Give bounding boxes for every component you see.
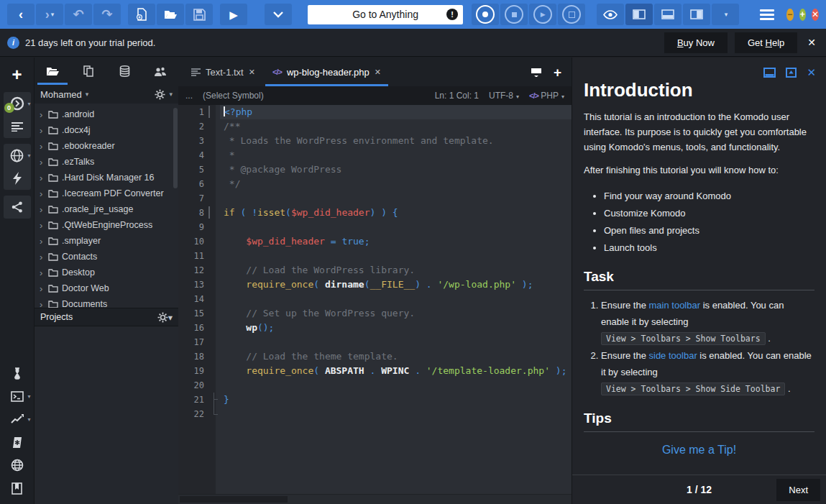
tab-text-1[interactable]: Text-1.txt ✕ (183, 58, 264, 86)
fold-margin[interactable] (208, 134, 220, 148)
code-area[interactable]: 1<?php2/**3 * Loads the WordPress enviro… (178, 105, 572, 494)
toolbar-dropdown-button[interactable] (265, 4, 292, 25)
toggle-bottom-pane-button[interactable] (654, 4, 682, 25)
open-files-button[interactable] (4, 115, 31, 138)
expand-chevron-icon[interactable]: › (40, 109, 47, 120)
language-selector[interactable]: </> PHP▾ (529, 91, 564, 101)
minimize-button[interactable]: − (786, 9, 793, 21)
fold-margin[interactable] (208, 364, 220, 378)
fold-margin[interactable] (208, 321, 220, 335)
stop-macro-button[interactable] (500, 4, 528, 25)
run-button[interactable]: ▶ (220, 4, 247, 25)
menu-button[interactable] (753, 4, 781, 25)
buy-now-button[interactable]: Buy Now (664, 32, 728, 53)
close-button[interactable]: ✕ (812, 9, 819, 21)
next-button[interactable]: Next (776, 479, 820, 501)
file-tree-item[interactable]: › .android (35, 106, 178, 122)
hscroll-thumb[interactable] (180, 496, 288, 503)
code-line[interactable]: 1<?php (178, 105, 572, 119)
code-line[interactable]: 3 * Loads the WordPress environment and … (178, 134, 572, 148)
code-line[interactable]: 10 $wp_did_header = true; (178, 234, 572, 249)
fold-margin[interactable] (208, 407, 220, 421)
fold-margin[interactable] (208, 349, 220, 364)
expand-chevron-icon[interactable]: › (40, 173, 47, 183)
add-button[interactable]: + (4, 63, 31, 86)
http-inspector-button[interactable] (4, 454, 31, 477)
give-me-a-tip-link[interactable]: Give me a Tip! (662, 444, 736, 456)
save-button[interactable] (185, 4, 213, 25)
file-tree-item[interactable]: › Documents (35, 296, 178, 308)
expand-chevron-icon[interactable]: › (40, 283, 47, 294)
unit-testing-button[interactable] (4, 362, 31, 385)
new-tab-button[interactable]: + (554, 65, 561, 79)
fold-margin[interactable] (208, 378, 220, 393)
forward-button[interactable]: ›▾ (36, 4, 63, 25)
back-button[interactable]: ‹ (7, 4, 35, 25)
code-line[interactable]: 18 // Load the theme template. (178, 349, 572, 364)
tab-files[interactable] (70, 58, 106, 85)
expand-chevron-icon[interactable]: › (40, 252, 47, 262)
tab-wp-blog-header[interactable]: </> wp-blog-header.php ✕ (264, 58, 390, 86)
file-tree-item[interactable]: › .Hard Disk Manager 16 (35, 170, 178, 185)
open-file-button[interactable] (157, 4, 184, 25)
code-line[interactable]: 15 // Set up the WordPress query. (178, 306, 572, 321)
scope-button[interactable]: 0 ▾ (4, 92, 31, 115)
expand-chevron-icon[interactable]: › (40, 299, 47, 308)
file-tree-item[interactable]: › .oracle_jre_usage (35, 201, 178, 217)
scope-selector[interactable]: Mohamed (40, 89, 82, 100)
code-line[interactable]: 7 (178, 191, 572, 206)
tab-list-button[interactable] (531, 68, 542, 77)
fold-margin[interactable] (208, 220, 220, 234)
code-line[interactable]: 14 (178, 292, 572, 306)
code-line[interactable]: 16 wp(); (178, 321, 572, 335)
file-tree-item[interactable]: › .ezTalks (35, 154, 178, 170)
code-line[interactable]: 11 (178, 249, 572, 263)
places-settings[interactable]: ▾ (155, 89, 173, 100)
fold-margin[interactable] (208, 393, 220, 407)
terminal-button[interactable]: ▾ (4, 385, 31, 408)
file-tree-item[interactable]: › Contacts (35, 249, 178, 265)
preview-button[interactable] (597, 4, 624, 25)
fold-margin[interactable] (208, 306, 220, 321)
fold-margin[interactable] (208, 292, 220, 306)
tab-collaboration[interactable] (142, 58, 178, 85)
toggle-left-pane-button[interactable] (625, 4, 653, 25)
code-line[interactable]: 20 (178, 378, 572, 393)
panes-dropdown-button[interactable]: ▾ (712, 4, 739, 25)
expand-chevron-icon[interactable]: › (40, 125, 47, 136)
tab-places[interactable] (35, 58, 70, 85)
code-profiler-button[interactable]: ▾ (4, 408, 31, 431)
syntax-warning-icon[interactable]: ! (446, 9, 458, 20)
tab-close-icon[interactable]: ✕ (375, 68, 381, 77)
file-tree-item[interactable]: › Desktop (35, 265, 178, 280)
undo-button[interactable]: ↶ (65, 4, 92, 25)
file-tree-item[interactable]: › .Icecream PDF Converter (35, 185, 178, 201)
fold-margin[interactable] (208, 206, 220, 220)
task-link[interactable]: main toolbar (649, 300, 701, 311)
fold-margin[interactable] (208, 148, 220, 162)
expand-chevron-icon[interactable]: › (40, 204, 47, 215)
code-line[interactable]: 4 * (178, 148, 572, 162)
expand-chevron-icon[interactable]: › (40, 188, 47, 199)
maximize-button[interactable]: + (799, 9, 806, 21)
expand-chevron-icon[interactable]: › (40, 267, 47, 278)
breadcrumb-dots[interactable]: ... (185, 91, 193, 101)
file-tree-item[interactable]: › .smplayer (35, 233, 178, 249)
code-line[interactable]: 13 require_once( dirname(__FILE__) . '/w… (178, 278, 572, 292)
snippets-button[interactable] (4, 431, 31, 454)
fold-margin[interactable] (208, 278, 220, 292)
fold-margin[interactable] (208, 105, 220, 119)
save-macro-button[interactable] (558, 4, 585, 25)
code-line[interactable]: 12 // Load the WordPress library. (178, 263, 572, 278)
file-tree-item[interactable]: › .QtWebEngineProcess (35, 217, 178, 233)
code-line[interactable]: 21} (178, 393, 572, 407)
expand-chevron-icon[interactable]: › (40, 220, 47, 231)
fold-margin[interactable] (208, 249, 220, 263)
select-symbol[interactable]: (Select Symbol) (203, 91, 264, 101)
editor-hscrollbar[interactable] (178, 494, 572, 504)
projects-settings[interactable]: ▾ (157, 312, 173, 323)
fold-margin[interactable] (208, 263, 220, 278)
get-help-button[interactable]: Get Help (735, 32, 797, 53)
redo-button[interactable]: ↷ (93, 4, 121, 25)
go-to-anything-box[interactable]: Go to Anything ! (308, 5, 463, 24)
